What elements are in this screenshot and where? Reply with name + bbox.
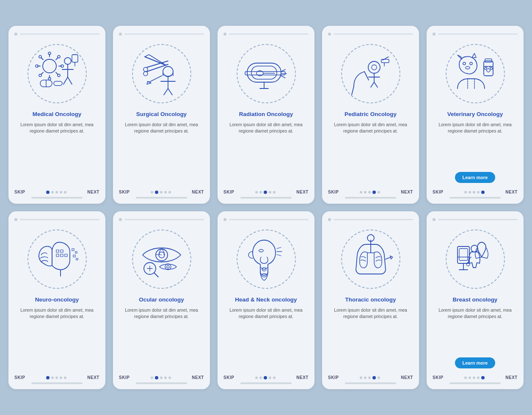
next-button[interactable]: NEXT <box>505 190 518 194</box>
nav-dot-2[interactable] <box>368 191 371 194</box>
nav-dot-4[interactable] <box>168 376 171 379</box>
nav-dot-2[interactable] <box>160 376 163 379</box>
next-button[interactable]: NEXT <box>192 190 204 194</box>
nav-dot-4[interactable] <box>481 191 485 194</box>
skip-button[interactable]: SKIP <box>14 190 25 194</box>
next-button[interactable]: NEXT <box>87 375 99 380</box>
nav-dots <box>360 191 380 194</box>
card-head-neck-oncology: Head & Neck oncology Lorem ipsum dolor s… <box>218 211 314 389</box>
learn-more-button[interactable]: Learn more <box>455 172 496 183</box>
svg-rect-77 <box>65 254 67 257</box>
skip-button[interactable]: SKIP <box>433 375 443 380</box>
next-button[interactable]: NEXT <box>505 375 518 380</box>
nav-dot-2[interactable] <box>160 191 163 194</box>
nav-dot-0[interactable] <box>464 191 467 194</box>
next-button[interactable]: NEXT <box>192 375 204 380</box>
next-button[interactable]: NEXT <box>401 190 413 194</box>
nav-dot-2[interactable] <box>55 376 58 379</box>
card-title: Neuro-oncology <box>35 296 79 304</box>
nav-dot-3[interactable] <box>60 191 62 194</box>
nav-dot-4[interactable] <box>64 376 66 379</box>
icon-area <box>24 226 90 292</box>
nav-dot-2[interactable] <box>55 191 58 194</box>
nav-dot-1[interactable] <box>155 376 158 379</box>
nav-dot-3[interactable] <box>477 376 480 379</box>
nav-dot-4[interactable] <box>168 191 171 194</box>
nav-dot-3[interactable] <box>372 191 376 194</box>
nav-dot-0[interactable] <box>255 191 258 194</box>
nav-dot-3[interactable] <box>477 191 480 194</box>
nav-dot-1[interactable] <box>259 376 262 379</box>
nav-dot-4[interactable] <box>378 191 380 194</box>
nav-dot-3[interactable] <box>372 376 376 379</box>
nav-dot-3[interactable] <box>269 191 271 194</box>
next-button[interactable]: NEXT <box>401 375 413 380</box>
next-button[interactable]: NEXT <box>296 375 309 380</box>
veterinary-oncology-icon <box>450 48 501 99</box>
nav-dot-0[interactable] <box>46 191 50 194</box>
nav-dot-1[interactable] <box>364 376 367 379</box>
nav-dot-2[interactable] <box>264 376 267 379</box>
skip-button[interactable]: SKIP <box>119 375 130 380</box>
nav-dot-1[interactable] <box>364 191 367 194</box>
radiation-oncology-icon <box>241 48 292 99</box>
pediatric-oncology-icon <box>345 48 396 99</box>
next-button[interactable]: NEXT <box>87 190 99 194</box>
nav-dot-4[interactable] <box>64 191 66 194</box>
nav-dots <box>46 191 66 194</box>
nav-dot-0[interactable] <box>151 376 153 379</box>
skip-button[interactable]: SKIP <box>223 190 234 194</box>
skip-button[interactable]: SKIP <box>223 375 234 380</box>
svg-rect-102 <box>459 249 468 260</box>
learn-more-button[interactable]: Learn more <box>455 357 496 368</box>
nav-dot-0[interactable] <box>360 191 362 194</box>
card-desc: Lorem ipsum dolor sit dim amet, mea regi… <box>14 307 99 368</box>
svg-point-62 <box>466 66 470 69</box>
icon-area <box>24 41 90 106</box>
nav-dot-1[interactable] <box>469 376 471 379</box>
nav-dot-1[interactable] <box>51 191 54 194</box>
skip-button[interactable]: SKIP <box>14 375 25 380</box>
svg-point-52 <box>372 65 377 70</box>
nav-dot-3[interactable] <box>60 376 62 379</box>
nav-dot-0[interactable] <box>255 376 258 379</box>
nav-dot-2[interactable] <box>368 376 371 379</box>
top-dot <box>14 218 17 221</box>
nav-dot-1[interactable] <box>155 191 158 194</box>
nav-dot-3[interactable] <box>269 376 271 379</box>
nav-dot-1[interactable] <box>259 191 262 194</box>
nav-dot-4[interactable] <box>481 376 485 379</box>
card-title: Medical Oncology <box>33 111 82 118</box>
top-dot <box>433 218 436 221</box>
nav-dot-2[interactable] <box>473 191 475 194</box>
nav-dot-0[interactable] <box>46 376 50 379</box>
nav-dot-2[interactable] <box>473 376 475 379</box>
skip-button[interactable]: SKIP <box>328 190 339 194</box>
card-top-bar <box>14 218 99 221</box>
nav-dot-1[interactable] <box>51 376 54 379</box>
svg-line-20 <box>63 77 68 84</box>
card-bottom-bar <box>449 382 501 384</box>
thoracic-oncology-icon <box>345 234 396 285</box>
skip-button[interactable]: SKIP <box>433 190 443 194</box>
medical-oncology-icon <box>32 48 83 99</box>
svg-rect-73 <box>56 250 59 252</box>
nav-dot-3[interactable] <box>164 191 167 194</box>
nav-dot-3[interactable] <box>164 376 167 379</box>
nav-dot-0[interactable] <box>360 376 362 379</box>
card-bottom-bar <box>345 382 396 384</box>
top-line <box>438 219 518 220</box>
card-breast-oncology: Breast oncology Lorem ipsum dolor sit di… <box>427 211 524 389</box>
nav-dot-1[interactable] <box>469 191 471 194</box>
nav-dot-4[interactable] <box>273 376 276 379</box>
skip-button[interactable]: SKIP <box>119 190 130 194</box>
nav-dot-2[interactable] <box>264 191 267 194</box>
svg-rect-42 <box>251 66 277 79</box>
nav-dot-4[interactable] <box>378 376 380 379</box>
next-button[interactable]: NEXT <box>296 190 309 194</box>
svg-line-11 <box>56 58 58 60</box>
nav-dot-0[interactable] <box>151 191 153 194</box>
nav-dot-0[interactable] <box>464 376 467 379</box>
skip-button[interactable]: SKIP <box>328 375 339 380</box>
nav-dot-4[interactable] <box>273 191 276 194</box>
